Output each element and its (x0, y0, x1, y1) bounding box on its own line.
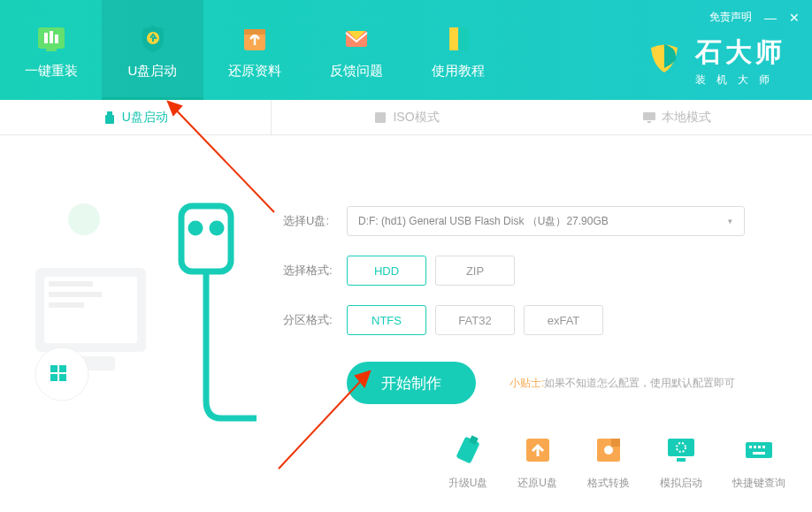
partition-option-fat32[interactable]: FAT32 (435, 305, 515, 335)
monitor-boot-icon (664, 433, 698, 467)
keyboard-icon (742, 433, 776, 467)
annotation-arrow-start-button (274, 358, 398, 473)
svg-rect-4 (46, 49, 57, 51)
brand-title: 石大师 (695, 34, 785, 71)
tip-label: 小贴士: (509, 377, 544, 389)
tool-label: 模拟启动 (660, 476, 702, 491)
svg-rect-36 (611, 439, 620, 447)
iso-icon (373, 111, 387, 125)
usb-icon (103, 111, 117, 125)
main-nav: 一键重装 U盘启动 还原资料 反馈问题 使用教程 (0, 0, 509, 100)
partition-option-ntfs[interactable]: NTFS (347, 305, 426, 335)
content-area: 选择U盘: D:F: (hd1) General USB Flash Disk … (0, 135, 812, 512)
svg-rect-25 (59, 365, 66, 372)
svg-point-35 (604, 446, 613, 455)
disclaimer-link[interactable]: 免责声明 (709, 10, 752, 25)
nav-one-click-reinstall[interactable]: 一键重装 (0, 0, 102, 100)
top-links: 免责声明 — ✕ (709, 10, 800, 25)
svg-rect-44 (762, 446, 765, 448)
svg-rect-24 (50, 365, 57, 372)
tip-text: 小贴士:如果不知道怎么配置，使用默认配置即可 (509, 376, 735, 391)
monitor-icon (642, 111, 656, 125)
tool-simulate-boot[interactable]: 模拟启动 (660, 433, 702, 491)
svg-rect-41 (749, 446, 752, 448)
svg-rect-13 (375, 112, 386, 123)
bar-chart-icon (34, 20, 69, 56)
nav-label: 一键重装 (25, 63, 78, 80)
nav-label: U盘启动 (128, 63, 178, 80)
nav-label: 还原资料 (228, 63, 281, 80)
tab-local-mode[interactable]: 本地模式 (541, 100, 812, 134)
svg-rect-40 (746, 442, 772, 458)
tool-upgrade-usb[interactable]: 升级U盘 (448, 433, 488, 491)
tool-label: 还原U盘 (517, 476, 557, 491)
svg-rect-27 (59, 374, 66, 381)
subtab-label: 本地模式 (662, 110, 711, 126)
brand-subtitle: 装机大师 (695, 73, 785, 88)
tab-iso-mode[interactable]: ISO模式 (272, 100, 542, 134)
svg-rect-20 (49, 292, 102, 297)
usb-select-value: D:F: (hd1) General USB Flash Disk （U盘）27… (358, 214, 609, 229)
upload-box-icon (237, 20, 272, 56)
tool-label: 升级U盘 (448, 476, 488, 491)
svg-line-48 (279, 371, 370, 469)
tool-restore-usb[interactable]: 还原U盘 (517, 433, 557, 491)
disk-convert-icon (592, 433, 625, 467)
format-row: 选择格式: HDD ZIP (283, 256, 785, 286)
svg-rect-37 (668, 439, 694, 456)
svg-rect-43 (758, 446, 761, 448)
subtab-label: ISO模式 (393, 110, 439, 126)
tool-label: 快捷键查询 (732, 476, 785, 491)
shield-usb-icon (135, 20, 171, 56)
svg-rect-45 (753, 452, 765, 455)
tool-format-convert[interactable]: 格式转换 (587, 433, 630, 491)
nav-usb-boot[interactable]: U盘启动 (102, 0, 203, 100)
svg-rect-2 (50, 31, 53, 43)
partition-option-exfat[interactable]: exFAT (524, 305, 603, 335)
nav-label: 使用教程 (432, 63, 485, 80)
minimize-button[interactable]: — (764, 11, 777, 25)
svg-rect-14 (643, 112, 655, 120)
svg-rect-42 (754, 446, 756, 448)
nav-label: 反馈问题 (330, 63, 383, 80)
svg-rect-39 (677, 458, 686, 462)
format-option-hdd[interactable]: HDD (347, 256, 426, 286)
brand-logo-icon (642, 37, 686, 85)
svg-rect-12 (105, 115, 114, 124)
svg-rect-10 (458, 27, 469, 50)
svg-point-30 (212, 224, 221, 233)
annotation-arrow-usb-boot (150, 88, 283, 221)
svg-line-46 (168, 102, 274, 212)
usb-select-label: 选择U盘: (283, 213, 338, 229)
book-icon (440, 20, 476, 56)
partition-row: 分区格式: NTFS FAT32 exFAT (283, 305, 785, 335)
svg-rect-7 (244, 29, 265, 34)
mail-icon (339, 20, 374, 56)
header: 一键重装 U盘启动 还原资料 反馈问题 使用教程 免责声明 (0, 0, 812, 100)
usb-upgrade-icon (451, 433, 485, 467)
tool-label: 格式转换 (587, 476, 630, 491)
svg-rect-21 (49, 302, 84, 308)
svg-rect-26 (50, 374, 57, 381)
bottom-toolbar: 升级U盘 还原U盘 格式转换 模拟启动 快捷键查询 (448, 433, 785, 491)
format-label: 选择格式: (283, 263, 338, 279)
svg-point-29 (191, 224, 200, 233)
svg-rect-19 (49, 281, 93, 287)
brand: 石大师 装机大师 (642, 34, 785, 88)
svg-rect-3 (55, 34, 58, 43)
restore-icon (521, 433, 555, 467)
close-button[interactable]: ✕ (789, 11, 800, 25)
nav-tutorial[interactable]: 使用教程 (407, 0, 509, 100)
nav-restore-data[interactable]: 还原资料 (203, 0, 305, 100)
usb-select-row: 选择U盘: D:F: (hd1) General USB Flash Disk … (283, 206, 785, 236)
svg-rect-1 (44, 33, 48, 43)
tool-hotkey-query[interactable]: 快捷键查询 (732, 433, 785, 491)
svg-rect-18 (44, 277, 137, 343)
format-option-zip[interactable]: ZIP (435, 256, 515, 286)
nav-feedback[interactable]: 反馈问题 (305, 0, 407, 100)
usb-select-dropdown[interactable]: D:F: (hd1) General USB Flash Disk （U盘）27… (347, 206, 745, 236)
svg-rect-15 (647, 121, 651, 123)
svg-point-16 (68, 203, 100, 235)
partition-label: 分区格式: (283, 312, 338, 328)
subtabs: U盘启动 ISO模式 本地模式 (0, 100, 812, 135)
